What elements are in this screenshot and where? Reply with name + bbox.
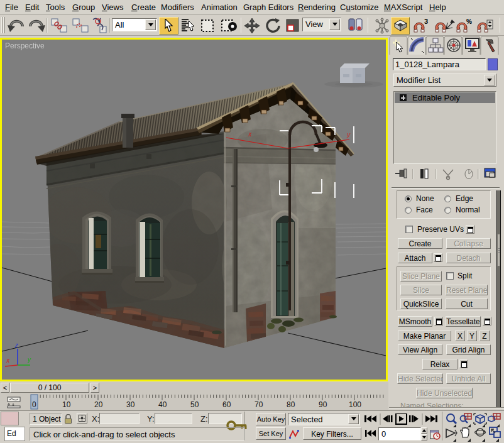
svg-text:%: % <box>466 18 472 25</box>
svg-text:0: 0 <box>32 400 36 409</box>
svg-text:80: 80 <box>287 400 295 409</box>
svg-text:x: x <box>6 357 10 364</box>
svg-text:Perspective: Perspective <box>5 41 45 50</box>
svg-text:10: 10 <box>62 400 71 409</box>
svg-text:30: 30 <box>126 400 135 409</box>
svg-text:y: y <box>346 131 351 138</box>
svg-text:100: 100 <box>349 400 361 409</box>
svg-text:40: 40 <box>158 400 167 409</box>
svg-text:x: x <box>248 131 252 138</box>
svg-text:y: y <box>27 356 31 363</box>
svg-text:z: z <box>14 342 18 349</box>
svg-text:3: 3 <box>424 18 428 25</box>
svg-text:20: 20 <box>94 400 103 409</box>
svg-text:70: 70 <box>255 400 263 409</box>
svg-text:60: 60 <box>222 400 231 409</box>
svg-text:50: 50 <box>190 400 199 409</box>
svg-text:90: 90 <box>319 400 327 409</box>
